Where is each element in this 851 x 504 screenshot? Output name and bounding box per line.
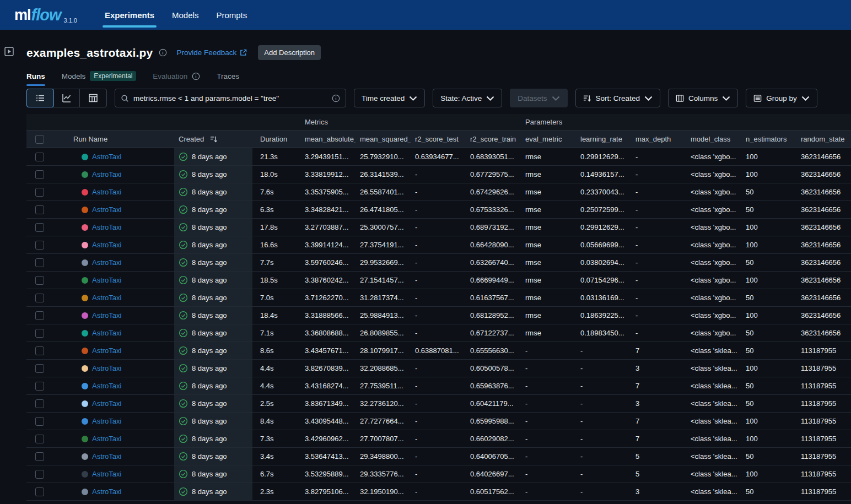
- table-row[interactable]: AstroTaxi 8 days ago 7.7s 3.59760246... …: [26, 254, 851, 272]
- table-row[interactable]: AstroTaxi 8 days ago 18.4s 3.31888566...…: [26, 307, 851, 324]
- table-row[interactable]: AstroTaxi 8 days ago 4.4s 3.82670839... …: [26, 360, 851, 377]
- search-input[interactable]: [133, 94, 322, 102]
- run-name-link[interactable]: AstroTaxi: [92, 364, 121, 372]
- table-row[interactable]: AstroTaxi 8 days ago 7.6s 3.35375905... …: [26, 183, 851, 201]
- table-row[interactable]: AstroTaxi 8 days ago 16.6s 3.39914124...…: [26, 236, 851, 254]
- table-row[interactable]: AstroTaxi 8 days ago 18.5s 3.38760242...…: [26, 272, 851, 289]
- title-info-icon[interactable]: [159, 48, 167, 57]
- row-checkbox[interactable]: [35, 188, 44, 197]
- table-row[interactable]: AstroTaxi 8 days ago 6.7s 3.53295889... …: [26, 465, 851, 483]
- run-name-link[interactable]: AstroTaxi: [92, 470, 121, 478]
- table-row[interactable]: AstroTaxi 8 days ago 7.0s 3.71262270... …: [26, 289, 851, 307]
- row-checkbox[interactable]: [35, 311, 44, 320]
- run-name-link[interactable]: AstroTaxi: [92, 417, 121, 425]
- run-color-dot: [82, 348, 88, 354]
- run-name-link[interactable]: AstroTaxi: [92, 435, 121, 443]
- table-row[interactable]: AstroTaxi 8 days ago 8.4s 3.43095448... …: [26, 413, 851, 430]
- row-checkbox[interactable]: [35, 223, 44, 232]
- run-name-link[interactable]: AstroTaxi: [92, 276, 121, 284]
- mlflow-logo[interactable]: ml flow 3.1.0: [14, 0, 77, 30]
- row-checkbox[interactable]: [35, 241, 44, 250]
- cell-max-depth: 7: [631, 417, 686, 425]
- col-header-mean-absolute[interactable]: mean_absolute_: [300, 135, 356, 143]
- cell-r2-score-train: 0.60421179...: [466, 399, 521, 408]
- group-by-button[interactable]: Group by: [746, 89, 817, 107]
- row-checkbox[interactable]: [35, 205, 44, 214]
- select-all-checkbox[interactable]: [35, 135, 44, 144]
- col-header-model-class[interactable]: model_class: [686, 135, 741, 143]
- col-header-r2-score-train[interactable]: r2_score_train: [466, 135, 521, 143]
- col-header-run-name[interactable]: Run Name: [49, 135, 174, 143]
- row-checkbox[interactable]: [35, 346, 44, 355]
- list-view-button[interactable]: [26, 89, 54, 107]
- run-name-link[interactable]: AstroTaxi: [92, 153, 121, 161]
- tab-models[interactable]: Models Experimental: [62, 71, 137, 86]
- run-name-link[interactable]: AstroTaxi: [92, 258, 121, 267]
- row-checkbox[interactable]: [35, 276, 44, 285]
- tab-runs[interactable]: Runs: [26, 72, 45, 86]
- datasets-filter-button[interactable]: Datasets: [510, 89, 567, 107]
- table-row[interactable]: AstroTaxi 8 days ago 4.4s 3.43168274... …: [26, 377, 851, 395]
- chart-view-button[interactable]: [53, 89, 80, 107]
- run-name-link[interactable]: AstroTaxi: [92, 205, 121, 214]
- row-checkbox[interactable]: [35, 258, 44, 267]
- run-name-link[interactable]: AstroTaxi: [92, 452, 121, 460]
- row-checkbox[interactable]: [35, 470, 44, 479]
- row-checkbox[interactable]: [35, 364, 44, 373]
- tab-evaluation[interactable]: Evaluation: [153, 72, 200, 86]
- tab-traces[interactable]: Traces: [217, 72, 239, 86]
- table-row[interactable]: AstroTaxi 8 days ago 2.5s 3.83671349... …: [26, 395, 851, 413]
- nav-item-models[interactable]: Models: [163, 0, 207, 30]
- row-checkbox[interactable]: [35, 294, 44, 302]
- row-checkbox[interactable]: [35, 170, 44, 179]
- col-header-r2-score-test[interactable]: r2_score_test: [411, 135, 466, 143]
- col-header-eval-metric[interactable]: eval_metric: [521, 135, 576, 143]
- add-description-button[interactable]: Add Description: [258, 45, 321, 60]
- table-row[interactable]: AstroTaxi 8 days ago 3.4s 3.53647413... …: [26, 448, 851, 465]
- col-header-random-state[interactable]: random_state: [796, 135, 851, 143]
- row-checkbox[interactable]: [35, 452, 44, 461]
- table-row[interactable]: AstroTaxi 8 days ago 17.8s 3.27703887...…: [26, 219, 851, 236]
- nav-item-experiments[interactable]: Experiments: [96, 0, 163, 30]
- col-header-mean-squared[interactable]: mean_squared_e: [356, 135, 411, 143]
- run-name-link[interactable]: AstroTaxi: [92, 311, 121, 319]
- sort-button[interactable]: Sort: Created: [575, 89, 660, 107]
- run-name-link[interactable]: AstroTaxi: [92, 188, 121, 196]
- row-checkbox[interactable]: [35, 382, 44, 391]
- nav-item-prompts[interactable]: Prompts: [207, 0, 256, 30]
- run-name-link[interactable]: AstroTaxi: [92, 241, 121, 249]
- col-header-created[interactable]: Created: [174, 131, 252, 148]
- columns-button[interactable]: Columns: [668, 89, 738, 107]
- table-row[interactable]: AstroTaxi 8 days ago 18.0s 3.33819912...…: [26, 166, 851, 183]
- run-name-link[interactable]: AstroTaxi: [92, 294, 121, 302]
- row-checkbox[interactable]: [35, 487, 44, 496]
- run-name-link[interactable]: AstroTaxi: [92, 487, 121, 496]
- row-checkbox[interactable]: [35, 435, 44, 443]
- table-view-button[interactable]: [80, 89, 106, 107]
- table-row[interactable]: AstroTaxi 8 days ago 7.1s 3.36808688... …: [26, 324, 851, 342]
- run-name-link[interactable]: AstroTaxi: [92, 329, 121, 337]
- run-name-link[interactable]: AstroTaxi: [92, 170, 121, 178]
- table-row[interactable]: AstroTaxi 8 days ago 6.3s 3.34828421... …: [26, 201, 851, 219]
- row-checkbox[interactable]: [35, 153, 44, 161]
- search-info-icon[interactable]: [332, 94, 340, 102]
- provide-feedback-link[interactable]: Provide Feedback: [177, 48, 247, 57]
- run-name-link[interactable]: AstroTaxi: [92, 223, 121, 231]
- row-checkbox[interactable]: [35, 417, 44, 426]
- table-row[interactable]: AstroTaxi 8 days ago 2.3s 3.82795106... …: [26, 483, 851, 501]
- col-header-n-estimators[interactable]: n_estimators: [741, 135, 796, 143]
- col-header-learning-rate[interactable]: learning_rate: [576, 135, 631, 143]
- sidebar-expand-icon[interactable]: [4, 47, 14, 56]
- state-filter-button[interactable]: State: Active: [433, 89, 502, 107]
- row-checkbox[interactable]: [35, 329, 44, 338]
- table-row[interactable]: AstroTaxi 8 days ago 21.3s 3.29439151...…: [26, 148, 851, 166]
- run-name-link[interactable]: AstroTaxi: [92, 346, 121, 355]
- col-header-duration[interactable]: Duration: [252, 135, 300, 143]
- run-name-link[interactable]: AstroTaxi: [92, 382, 121, 390]
- col-header-max-depth[interactable]: max_depth: [631, 135, 686, 143]
- time-created-filter-button[interactable]: Time created: [354, 89, 425, 107]
- run-name-link[interactable]: AstroTaxi: [92, 399, 121, 408]
- table-row[interactable]: AstroTaxi 8 days ago 8.6s 3.43457671... …: [26, 342, 851, 360]
- row-checkbox[interactable]: [35, 399, 44, 408]
- table-row[interactable]: AstroTaxi 8 days ago 7.3s 3.42960962... …: [26, 430, 851, 448]
